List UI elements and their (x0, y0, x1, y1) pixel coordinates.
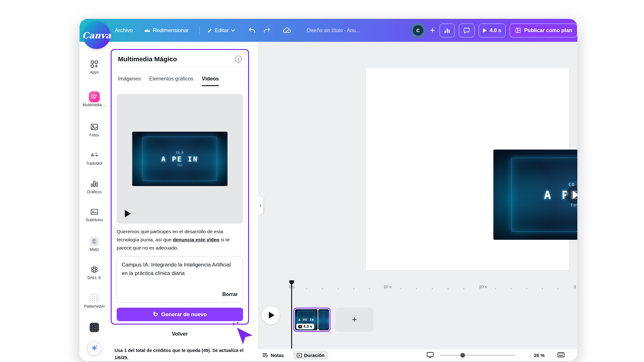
avatar-initial: C (413, 25, 423, 36)
prompt-input[interactable]: Campus IA: Integrando la Inteligencia Ar… (117, 256, 243, 303)
sidebar-item-matiz[interactable]: Matiz (80, 236, 109, 252)
bar-chart-icon (444, 27, 450, 34)
sidebar-item-fotos[interactable]: Fotos (80, 122, 109, 137)
video-badge-icon (298, 325, 302, 328)
menu-editar[interactable]: Editar (207, 27, 235, 34)
clip-thumbnail-2 (318, 309, 329, 330)
svg-text:A: A (91, 152, 94, 157)
undo-button[interactable] (248, 27, 256, 34)
photos-icon (80, 122, 109, 132)
magic-assistant-button[interactable] (80, 341, 109, 356)
bottom-bar-divider (550, 352, 551, 359)
canva-logo[interactable]: Canva (83, 21, 110, 49)
preview-play-icon[interactable] (125, 210, 131, 217)
subtitles-icon (80, 206, 109, 217)
magic-media-panel-column: Multimedia Mágico i Imágenes Elementos g… (109, 42, 258, 361)
notes-icon (262, 353, 268, 358)
apps-grid-icon (80, 59, 109, 69)
tab-videos[interactable]: Vídeos (202, 67, 219, 86)
video-thumbnail[interactable]: CO_D A PE IN TOS (132, 132, 228, 186)
timeline-clip-selected[interactable]: A PE IN 4.0 s (293, 308, 330, 332)
timeline-bottom-bar: Notas Duración 26 % (258, 349, 577, 361)
charts-icon (80, 178, 109, 189)
preview-play-button[interactable]: 4.0 s (479, 24, 506, 37)
collapse-panel-handle[interactable]: ‹ (258, 196, 263, 215)
duration-icon (297, 353, 302, 358)
screenshot: Archivo Redimensionar Editar (0, 0, 644, 362)
document-title[interactable]: Diseño sin título - Anu... (307, 28, 360, 33)
sidebar-item-apps[interactable]: Apps (80, 59, 109, 74)
sidebar-item-multimedia[interactable]: Multimedia ... (80, 91, 109, 107)
canvas-video-element[interactable]: CO_D A PE IN TOS (493, 150, 577, 240)
menu-redimensionar[interactable]: Redimensionar (144, 27, 189, 34)
comments-button[interactable] (459, 24, 475, 37)
info-icon[interactable]: i (235, 56, 242, 63)
crown-icon (144, 28, 150, 33)
zoom-value: 26 % (526, 349, 545, 361)
zoom-slider-knob[interactable] (460, 353, 465, 358)
back-button[interactable]: Volver (114, 327, 245, 341)
menu-archivo[interactable]: Archivo (115, 27, 133, 34)
play-icon (483, 28, 487, 33)
generate-again-button[interactable]: ↻ Generar de nuevo (117, 308, 243, 321)
timeline-ruler-ticks (299, 288, 575, 289)
playhead-line[interactable] (291, 284, 292, 348)
matiz-icon (90, 237, 99, 246)
topbar-right-group: C + 4.0 s (411, 23, 577, 38)
credits-note: Usa 1 del total de créditos que te queda… (114, 347, 252, 361)
fullscreen-monitor-icon[interactable] (426, 352, 434, 359)
ruler-marker-10s: 10 s (382, 284, 393, 289)
top-bar: Archivo Redimensionar Editar (80, 19, 577, 42)
sidebar-item-dalle[interactable]: DALL·E (80, 264, 109, 280)
timeline-play-button[interactable] (262, 306, 280, 324)
magic-media-icon (89, 91, 100, 102)
panel-tabs: Imágenes Elementos gráficos Vídeos (112, 67, 248, 86)
canva-app-window: Archivo Redimensionar Editar (80, 19, 577, 361)
chevron-down-icon (231, 29, 235, 32)
notes-button[interactable]: Notas (262, 349, 284, 361)
tab-elementos-graficos[interactable]: Elementos gráficos (149, 67, 193, 86)
refresh-icon: ↻ (153, 311, 158, 317)
cloud-saved-icon (283, 27, 291, 34)
clear-button[interactable]: Borrar (222, 290, 238, 299)
patternedai-icon (90, 294, 99, 303)
sidebar: Apps Multimedia ... Fotos A Traductor (80, 42, 109, 361)
total-duration: 4.0 s (490, 27, 501, 33)
design-page[interactable]: CO_D A PE IN TOS (366, 68, 569, 270)
ruler-marker-30s: 3 (572, 284, 577, 289)
pages-grid-icon[interactable] (557, 352, 565, 359)
generated-video-preview[interactable]: CO_D A PE IN TOS (117, 94, 243, 224)
account-avatar[interactable]: C (411, 23, 425, 38)
sparkle-icon (91, 344, 98, 353)
sidebar-item-app-extra[interactable] (80, 322, 109, 333)
add-clip-button[interactable]: + (336, 308, 373, 332)
sidebar-item-subtitulos[interactable]: Subtítulos (80, 206, 109, 222)
pencil-icon (207, 28, 212, 33)
insights-button[interactable] (440, 24, 455, 37)
prompt-text: Campus IA: Integrando la Inteligencia Ar… (122, 262, 231, 276)
dalle-flower-icon (80, 264, 109, 275)
topbar-divider (199, 26, 200, 35)
zoom-slider[interactable] (440, 355, 515, 356)
redo-button[interactable] (263, 27, 271, 34)
tab-imagenes[interactable]: Imágenes (118, 67, 141, 86)
invite-plus-button[interactable]: + (429, 25, 436, 35)
duration-button[interactable]: Duración (293, 351, 328, 360)
magic-media-panel: Multimedia Mágico i Imágenes Elementos g… (111, 49, 249, 325)
report-text: Queremos que participes en el desarrollo… (117, 228, 243, 252)
translate-icon: A (80, 150, 109, 161)
video-overlay-text: CO_D A PE IN TOS (493, 150, 577, 240)
panel-title: Multimedia Mágico (118, 55, 177, 63)
editor-canvas-area: ‹ CO_D A PE IN TOS 0 s 10 s 20 s 3 (258, 42, 577, 361)
publish-button[interactable]: Publicar como plan (510, 24, 577, 37)
video-overlay-text: CO_D A PE IN TOS (132, 132, 228, 186)
cursor-pointer (231, 321, 254, 349)
extra-app-icon (90, 323, 99, 332)
sidebar-item-patternedai[interactable]: PatternedAI (80, 293, 109, 309)
sidebar-item-graficos[interactable]: Gráficos (80, 178, 109, 194)
report-video-link[interactable]: denuncia este vídeo (173, 237, 219, 242)
ruler-marker-20s: 20 s (477, 284, 489, 289)
clip-duration-badge: 4.0 s (296, 324, 314, 329)
sidebar-item-traductor[interactable]: A Traductor (80, 150, 109, 166)
comment-icon (463, 27, 470, 34)
